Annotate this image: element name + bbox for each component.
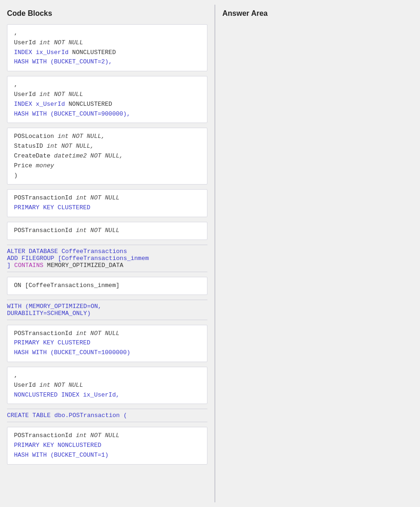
code-block-8[interactable]: WITH (MEMORY_OPTIMIZED=ON, DURABILITY=SC… — [7, 300, 207, 320]
right-panel-title: Answer Area — [222, 9, 413, 18]
left-panel-title: Code Blocks — [7, 9, 207, 18]
code-block-5[interactable]: POSTransactionId int NOT NULL — [7, 222, 207, 240]
code-block-12[interactable]: POSTransactionId int NOT NULL PRIMARY KE… — [7, 427, 207, 464]
answer-area-drop-zone[interactable] — [222, 24, 413, 444]
code-block-7[interactable]: ON [CoffeeTransactions_inmem] — [7, 277, 207, 295]
code-block-11[interactable]: CREATE TABLE dbo.POSTransaction ( — [7, 409, 207, 422]
code-block-2[interactable]: , UserId int NOT NULL INDEX x_UserId NON… — [7, 76, 207, 123]
left-panel: Code Blocks , UserId int NOT NULL INDEX … — [0, 5, 214, 502]
code-block-4[interactable]: POSTransactionId int NOT NULL PRIMARY KE… — [7, 189, 207, 217]
code-block-1[interactable]: , UserId int NOT NULL INDEX ix_UserId NO… — [7, 24, 207, 71]
code-block-3[interactable]: POSLocation int NOT NULL, StatusID int N… — [7, 128, 207, 185]
right-panel: Answer Area — [215, 5, 420, 502]
code-block-6[interactable]: ALTER DATABASE CoffeeTransactions ADD FI… — [7, 245, 207, 272]
code-block-10[interactable]: , UserId int NOT NULL NONCLUSTERED INDEX… — [7, 367, 207, 404]
code-block-9[interactable]: POSTransactionId int NOT NULL PRIMARY KE… — [7, 325, 207, 362]
